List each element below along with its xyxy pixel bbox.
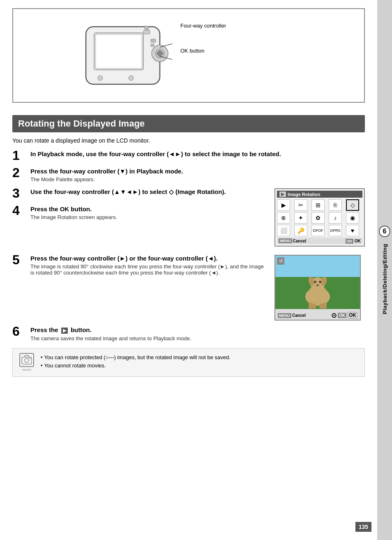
ok-button-label: OK button (180, 48, 226, 54)
bullet-dot-2: • (41, 362, 43, 370)
dog-footer-left: MENU Cancel (278, 313, 306, 318)
palette-cell-r25: ◉ (346, 212, 359, 224)
memo-bullet-1: • You can rotate protected (○—) images, … (41, 353, 231, 362)
dog-image-footer: MENU Cancel ⊙ OK OK (275, 309, 360, 321)
palette-grid-row3: ⬜ 🔑 DPOF DPRS ♥ (277, 225, 362, 236)
step-6: 6 Press the ▶ button. The camera saves t… (12, 326, 365, 342)
svg-point-12 (98, 76, 103, 81)
bullet-dot-1: • (41, 353, 43, 362)
four-way-label: Four-way controller (180, 23, 226, 29)
step-5: 5 Press the four-way controller (►) or t… (12, 255, 268, 276)
step-6-title: Press the ▶ button. (30, 326, 365, 334)
step-2-number: 2 (12, 166, 30, 179)
dog-cancel: Cancel (292, 313, 306, 318)
palette-grid-row2: ⊕ ✦ ✿ ♪ ◉ (277, 212, 362, 224)
palette-cell-r32: 🔑 (294, 225, 307, 236)
memo-icon-text (21, 354, 32, 367)
main-content: Four-way controller OK button Rotating t… (0, 0, 377, 385)
dog-footer-right: ⊙ OK OK (331, 312, 357, 319)
dog-photo: ↺ MENU Cancel ⊙ OK OK (274, 255, 361, 321)
camera-labels: Four-way controller OK button (180, 23, 226, 54)
step-5-content: Press the four-way controller (►) or the… (30, 255, 268, 276)
palette-cell-grid: ⊞ (311, 199, 325, 211)
dog-ok-text: OK (338, 313, 346, 318)
palette-footer-right: OK OK (346, 239, 361, 243)
svg-point-11 (157, 51, 162, 56)
step-6-desc: The camera saves the rotated image and r… (30, 335, 365, 342)
camera-illustration (74, 18, 172, 92)
svg-point-32 (30, 358, 31, 359)
step-2-content: Press the four-way controller (▼) in Pla… (30, 168, 365, 182)
memo-camera-svg (21, 354, 32, 365)
palette-cell-r24: ♪ (329, 212, 342, 224)
step-2-title: Press the four-way controller (▼) in Pla… (30, 168, 365, 175)
memo-bullet-2: • You cannot rotate movies. (41, 362, 231, 370)
mode-palette: ▶ Image Rotation ▶ ✂ ⊞ ⎘ ◇ ⊕ ✦ ✿ ♪ ◉ (274, 188, 365, 247)
memo-label: memo (22, 368, 31, 372)
step-6-content: Press the ▶ button. The camera saves the… (30, 326, 365, 342)
dog-photo-inner: ↺ (275, 256, 360, 309)
step-2: 2 Press the four-way controller (▼) in P… (12, 168, 365, 182)
palette-cell-r23: ✿ (311, 212, 325, 224)
dog-circle-icon: ⊙ (331, 312, 337, 319)
memo-box: memo • You can rotate protected (○—) ima… (12, 348, 365, 377)
memo-icon-inner (19, 353, 34, 367)
dog-svg (293, 264, 342, 309)
step-1-number: 1 (12, 149, 30, 162)
palette-grid-row1: ▶ ✂ ⊞ ⎘ ◇ (277, 199, 362, 211)
svg-rect-29 (319, 304, 323, 309)
rotate-indicator: ↺ (277, 257, 284, 265)
svg-rect-14 (151, 39, 156, 42)
palette-cell-copy: ⎘ (329, 199, 342, 211)
step-4: 4 Press the OK button. The Image Rotatio… (12, 205, 268, 220)
palette-footer-left: MENU Cancel (279, 238, 306, 243)
svg-rect-2 (96, 35, 142, 68)
chapter-number: 6 (379, 226, 390, 237)
step-4-title: Press the OK button. (30, 205, 268, 212)
palette-cell-r35: ♥ (346, 225, 359, 236)
step-1: 1 In Playback mode, use the four-way con… (12, 150, 365, 162)
chapter-label: Playback/Deleting/Editing (382, 244, 388, 314)
step-1-content: In Playback mode, use the four-way contr… (30, 150, 365, 159)
memo-content: • You can rotate protected (○—) images, … (41, 353, 231, 371)
palette-cell-rotate: ◇ (346, 199, 359, 211)
palette-cell-r31: ⬜ (277, 225, 290, 236)
svg-point-31 (25, 358, 29, 362)
palette-cell-r21: ⊕ (277, 212, 290, 224)
step-5-row: 5 Press the four-way controller (►) or t… (12, 255, 365, 321)
step-3-content: Use the four-way controller (▲▼◄►) to se… (30, 188, 268, 197)
step-5-number: 5 (12, 253, 30, 266)
dog-ok-circle: OK (348, 312, 357, 318)
step-6-number: 6 (12, 325, 30, 338)
cancel-label: Cancel (293, 239, 307, 243)
step-3-row: 3 Use the four-way controller (▲▼◄►) to … (12, 188, 365, 249)
svg-rect-26 (309, 303, 313, 309)
svg-rect-27 (323, 303, 327, 309)
step-1-title: In Playback mode, use the four-way contr… (30, 150, 365, 157)
play-button-icon: ▶ (61, 328, 68, 334)
palette-title-text: Image Rotation (288, 192, 320, 197)
palette-cell-crop: ✂ (294, 199, 307, 211)
step-4-desc: The Image Rotation screen appears. (30, 214, 268, 220)
step-5-left: 5 Press the four-way controller (►) or t… (12, 255, 268, 321)
side-tab: 6 Playback/Deleting/Editing (377, 0, 392, 540)
step-2-desc: The Mode Palette appears. (30, 176, 365, 182)
page-number: 135 (355, 522, 371, 532)
step-4-number: 4 (12, 204, 30, 217)
step-3: 3 Use the four-way controller (▲▼◄►) to … (12, 188, 268, 200)
memo-text-1: You can rotate protected (○—) images, bu… (44, 353, 231, 362)
palette-title-bar: ▶ Image Rotation (277, 191, 362, 198)
camera-diagram: Four-way controller OK button (74, 18, 304, 92)
memo-text-2: You cannot rotate movies. (44, 362, 106, 370)
step-6-title-suffix: button. (71, 326, 92, 333)
mode-palette-area: ▶ Image Rotation ▶ ✂ ⊞ ⎘ ◇ ⊕ ✦ ✿ ♪ ◉ (274, 188, 365, 249)
step-3-left: 3 Use the four-way controller (▲▼◄►) to … (12, 188, 268, 249)
palette-play-icon: ▶ (279, 192, 286, 197)
intro-text: You can rotate a displayed image on the … (12, 137, 365, 144)
palette-cell-r34: DPRS (329, 225, 342, 236)
palette-cell-play: ▶ (277, 199, 290, 211)
svg-rect-28 (312, 304, 316, 309)
memo-icon: memo (18, 353, 36, 372)
dog-image-area: ↺ MENU Cancel ⊙ OK OK (274, 255, 365, 321)
step-5-desc: The image is rotated 90° clockwise each … (30, 263, 268, 276)
